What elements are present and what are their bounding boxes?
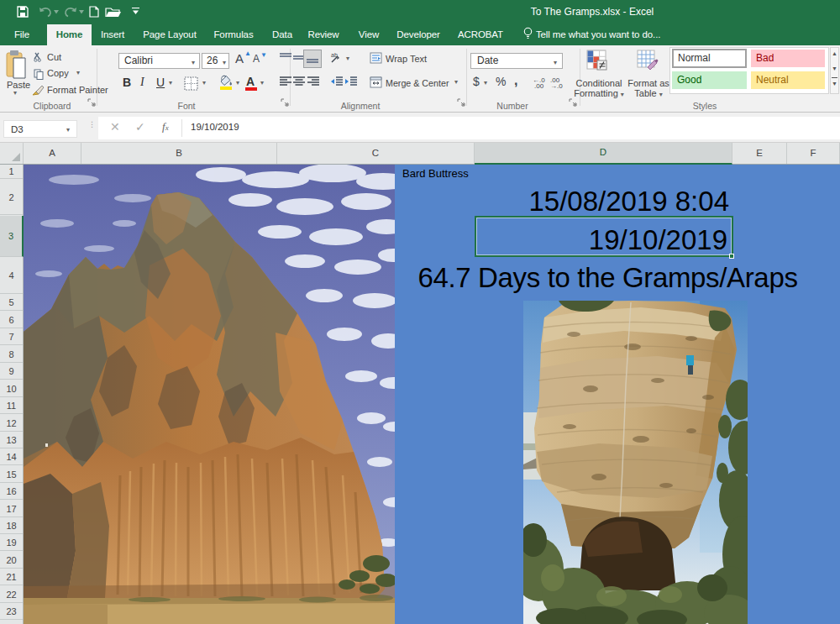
svg-text:.00: .00 xyxy=(534,82,544,88)
svg-text:ab: ab xyxy=(331,52,338,58)
svg-text:→.0: →.0 xyxy=(550,82,563,88)
